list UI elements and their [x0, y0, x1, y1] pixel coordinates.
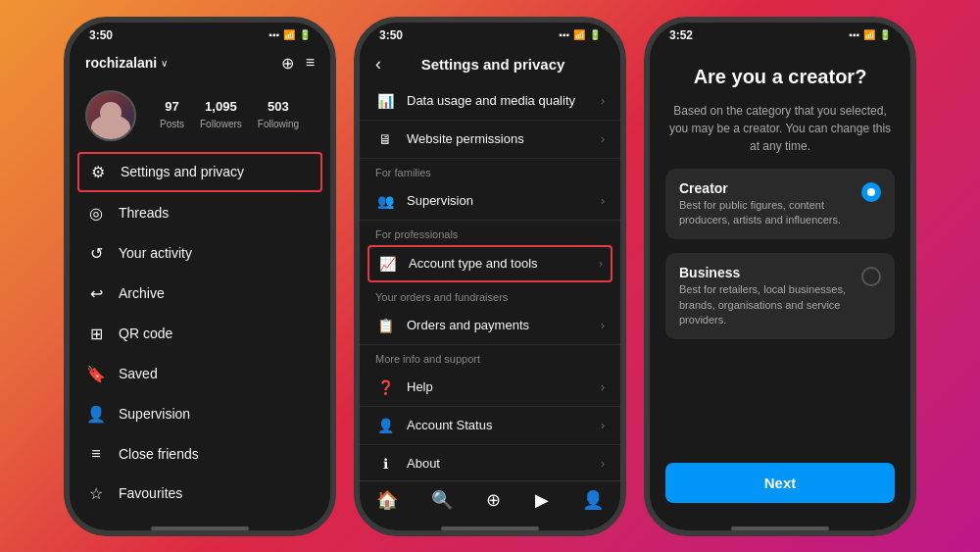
about-label: About	[407, 456, 589, 471]
data-usage-label: Data usage and media quality	[407, 93, 589, 108]
status-icons-2: ▪▪▪ 📶 🔋	[559, 29, 601, 40]
creator-radio[interactable]	[861, 182, 881, 202]
creator-subtitle: Based on the category that you selected,…	[665, 102, 895, 155]
threads-label: Threads	[119, 205, 169, 221]
account-status-icon: 👤	[375, 418, 395, 433]
activity-icon: ↺	[85, 244, 107, 263]
menu-item-settings[interactable]: ⚙ Settings and privacy	[77, 152, 322, 192]
archive-label: Archive	[119, 285, 165, 301]
settings-item-help[interactable]: ❓ Help ›	[360, 369, 620, 407]
menu-item-discover[interactable]: ⊕ Discover people	[70, 514, 330, 523]
username: rochizalani	[85, 55, 157, 71]
avatar	[85, 90, 136, 141]
creator-option-text: Creator Best for public figures, content…	[679, 180, 850, 228]
supervision-label: Supervision	[119, 406, 190, 422]
next-button[interactable]: Next	[665, 463, 895, 503]
following-count: 503	[258, 99, 299, 114]
status-bar-1: 3:50 ▪▪▪ 📶 🔋	[70, 23, 330, 46]
creator-page-title: Are you a creator?	[665, 66, 895, 88]
activity-label: Your activity	[119, 245, 192, 261]
chevron-icon-data: ›	[601, 94, 605, 108]
settings-item-account-status[interactable]: 👤 Account Status ›	[360, 407, 620, 445]
section-support: More info and support	[360, 345, 620, 369]
menu-item-supervision[interactable]: 👤 Supervision	[70, 394, 330, 434]
orders-icon: 📋	[375, 318, 395, 333]
menu-item-activity[interactable]: ↺ Your activity	[70, 233, 330, 274]
add-nav-icon[interactable]: ⊕	[486, 489, 501, 511]
section-families: For families	[360, 159, 620, 182]
help-icon: ❓	[375, 379, 395, 395]
supervision-icon-s: 👥	[375, 193, 395, 209]
followers-label: Followers	[200, 119, 242, 129]
settings-item-data-usage[interactable]: 📊 Data usage and media quality ›	[360, 82, 620, 121]
chevron-icon-orders: ›	[601, 319, 605, 332]
chevron-icon-help: ›	[601, 380, 605, 394]
stat-posts: 97 Posts	[160, 99, 184, 131]
home-nav-icon[interactable]: 🏠	[376, 489, 398, 511]
menu-icon[interactable]: ≡	[306, 54, 315, 73]
menu-item-archive[interactable]: ↩ Archive	[70, 274, 330, 314]
settings-label: Settings and privacy	[121, 164, 244, 179]
wifi-icon-2: 📶	[573, 29, 585, 40]
website-icon: 🖥	[375, 131, 395, 147]
status-icons-1: ▪▪▪ 📶 🔋	[269, 29, 311, 40]
menu-item-favourites[interactable]: ☆ Favourites	[70, 474, 330, 514]
close-friends-label: Close friends	[119, 446, 199, 462]
business-option-card[interactable]: Business Best for retailers, local busin…	[665, 253, 895, 339]
settings-item-website[interactable]: 🖥 Website permissions ›	[360, 121, 620, 159]
phone-3: 3:52 ▪▪▪ 📶 🔋 Are you a creator? Based on…	[644, 17, 916, 536]
business-option-desc: Best for retailers, local businesses, br…	[679, 282, 850, 327]
about-icon: ℹ	[375, 456, 395, 472]
settings-item-about[interactable]: ℹ About ›	[360, 445, 620, 480]
home-indicator-1	[151, 527, 249, 530]
search-nav-icon[interactable]: 🔍	[431, 489, 453, 511]
chevron-icon-about: ›	[601, 457, 605, 471]
status-icons-3: ▪▪▪ 📶 🔋	[849, 29, 891, 40]
posts-label: Posts	[160, 119, 184, 129]
status-bar-3: 3:52 ▪▪▪ 📶 🔋	[650, 23, 910, 46]
business-radio[interactable]	[861, 267, 881, 286]
settings-icon: ⚙	[87, 163, 109, 181]
profile-nav-icon[interactable]: 👤	[582, 489, 604, 511]
menu-list: ⚙ Settings and privacy ◎ Threads ↺ Your …	[70, 151, 330, 523]
settings-item-account-type[interactable]: 📈 Account type and tools ›	[368, 245, 612, 282]
supervision-label-s: Supervision	[407, 193, 589, 208]
posts-count: 97	[160, 99, 184, 114]
chevron-icon-web: ›	[601, 132, 605, 146]
header-icons: ⊕ ≡	[281, 54, 315, 73]
archive-icon: ↩	[85, 284, 107, 303]
time-1: 3:50	[89, 28, 113, 42]
home-indicator-2	[441, 527, 539, 530]
add-icon[interactable]: ⊕	[281, 54, 294, 73]
creator-content: Are you a creator? Based on the category…	[650, 46, 910, 523]
username-row: rochizalani ∨	[85, 55, 168, 71]
chevron-down-icon: ∨	[161, 58, 168, 69]
menu-item-threads[interactable]: ◎ Threads	[70, 193, 330, 233]
section-professionals: For professionals	[360, 221, 620, 244]
section-orders: Your orders and fundraisers	[360, 283, 620, 307]
threads-icon: ◎	[85, 204, 107, 223]
chevron-icon-sup: ›	[601, 194, 605, 208]
creator-option-title: Creator	[679, 180, 850, 196]
settings-header: ‹ Settings and privacy	[360, 46, 620, 82]
settings-item-supervision[interactable]: 👥 Supervision ›	[360, 182, 620, 221]
time-2: 3:50	[379, 28, 403, 42]
menu-item-saved[interactable]: 🔖 Saved	[70, 354, 330, 394]
settings-item-orders[interactable]: 📋 Orders and payments ›	[360, 307, 620, 345]
business-option-title: Business	[679, 265, 850, 280]
phone-1: 3:50 ▪▪▪ 📶 🔋 rochizalani ∨ ⊕ ≡	[64, 17, 336, 536]
account-type-label: Account type and tools	[409, 256, 587, 271]
profile-stats: 97 Posts 1,095 Followers 503 Following	[70, 80, 330, 151]
favourites-label: Favourites	[119, 485, 182, 501]
signal-icon: ▪▪▪	[269, 29, 279, 40]
reels-nav-icon[interactable]: ▶	[535, 489, 549, 511]
followers-count: 1,095	[200, 99, 242, 114]
creator-option-desc: Best for public figures, content produce…	[679, 198, 850, 228]
menu-item-qr[interactable]: ⊞ QR code	[70, 314, 330, 354]
data-usage-icon: 📊	[375, 93, 395, 109]
account-type-icon: 📈	[377, 256, 397, 272]
menu-item-close-friends[interactable]: ≡ Close friends	[70, 434, 330, 474]
saved-label: Saved	[119, 366, 158, 381]
creator-option-card[interactable]: Creator Best for public figures, content…	[665, 169, 895, 240]
settings-list: 📊 Data usage and media quality › 🖥 Websi…	[360, 82, 620, 480]
